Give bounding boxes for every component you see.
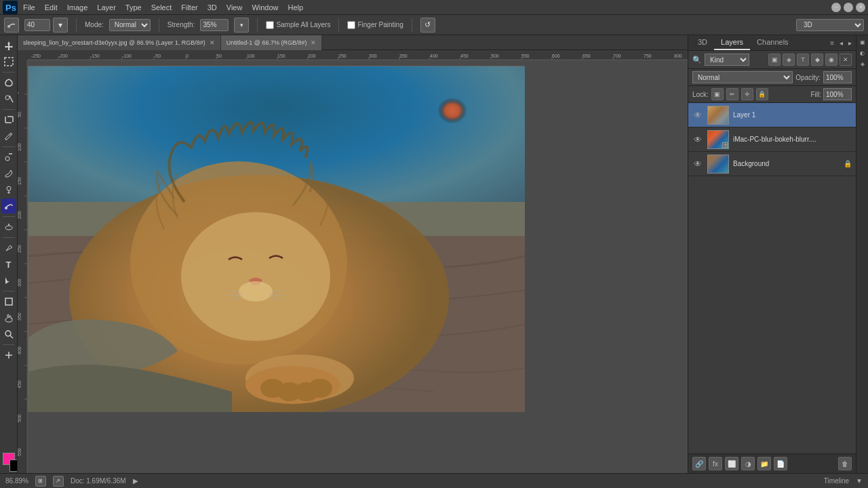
menu-item-layer[interactable]: Layer (93, 2, 120, 13)
lasso-tool[interactable] (1, 75, 16, 90)
finger-painting-checkbox[interactable] (347, 21, 355, 29)
filter-off-icon[interactable]: ✕ (840, 54, 852, 66)
filter-text-icon[interactable]: T (797, 54, 809, 66)
canvas-viewport[interactable] (28, 60, 688, 473)
menu-item-help[interactable]: Help (284, 2, 308, 13)
layer-item-0[interactable]: 👁 Layer 1 (688, 103, 856, 127)
lock-position-btn[interactable]: ✛ (741, 88, 753, 100)
strength-input[interactable]: 35% (200, 19, 229, 31)
layer-style-btn[interactable]: fx (709, 457, 722, 470)
far-right-btn-3[interactable]: ◈ (857, 61, 868, 72)
group-btn[interactable]: 📁 (757, 457, 771, 470)
magic-wand-tool[interactable] (1, 92, 16, 106)
background-color-swatch[interactable] (9, 460, 18, 472)
far-right-btn-1[interactable]: ▣ (857, 39, 868, 50)
tab-layers[interactable]: Layers (714, 35, 750, 50)
strength-slider-icon[interactable]: ▾ (234, 18, 249, 33)
smudge-tool-icon[interactable] (4, 18, 19, 33)
svg-text:-150: -150 (90, 54, 100, 58)
menu-item-3d[interactable]: 3D (203, 2, 221, 13)
brush-size-input[interactable]: 40 (24, 19, 50, 31)
filter-pixel-icon[interactable]: ▣ (768, 54, 781, 66)
panel-menu-icon[interactable]: ≡ (829, 38, 835, 48)
lock-image-btn[interactable]: ✏ (726, 88, 738, 100)
svg-text:150: 150 (18, 177, 22, 185)
menu-item-file[interactable]: File (19, 2, 39, 13)
menu-item-view[interactable]: View (222, 2, 247, 13)
layer-0-visibility[interactable]: 👁 (692, 110, 703, 120)
layer-item-2[interactable]: 👁 Background 🔒 (688, 152, 856, 176)
brush-tool[interactable] (1, 166, 16, 181)
move-tool[interactable] (1, 38, 16, 53)
panel-expand-icon[interactable]: ▸ (847, 38, 853, 48)
hand-tool[interactable] (1, 310, 16, 325)
layer-mask-btn[interactable]: ⬜ (725, 457, 738, 470)
dodge-tool[interactable] (1, 220, 16, 235)
menu-item-type[interactable]: Type (121, 2, 146, 13)
menu-item-image[interactable]: Image (63, 2, 92, 13)
3d-mode-select[interactable]: 3D Standard (796, 19, 864, 31)
layer-item-1[interactable]: 👁 ✛ iMac-PC-blur-bokeh-blurr.... (688, 127, 856, 152)
svg-text:450: 450 (18, 380, 22, 388)
filter-adjust-icon[interactable]: ◈ (783, 54, 795, 66)
tab-3d[interactable]: 3D (691, 35, 714, 50)
image-canvas[interactable] (28, 66, 524, 411)
filter-shape-icon[interactable]: ◆ (811, 54, 823, 66)
layer-1-visibility[interactable]: 👁 (692, 135, 703, 144)
tab-1-close[interactable]: ✕ (311, 39, 316, 46)
close-button[interactable]: ✕ (856, 3, 865, 12)
new-layer-btn[interactable]: 📄 (774, 457, 787, 470)
adjustment-btn[interactable]: ◑ (741, 457, 755, 470)
svg-text:550: 550 (521, 54, 530, 58)
maximize-button[interactable] (844, 3, 853, 12)
tab-1[interactable]: Untitled-1 @ 66.7% (RGB/8#) ✕ (221, 35, 323, 50)
reset-tool-icon[interactable]: ↺ (420, 18, 435, 33)
clone-stamp-tool[interactable] (1, 182, 16, 197)
sample-all-layers-checkbox[interactable] (266, 21, 274, 29)
spot-healing-tool[interactable] (1, 150, 16, 165)
mode-select[interactable]: Normal Darken Lighten (109, 19, 151, 31)
menu-item-window[interactable]: Window (248, 2, 282, 13)
text-tool[interactable]: T (1, 257, 16, 272)
eyedropper-tool[interactable] (1, 129, 16, 144)
menu-item-filter[interactable]: Filter (177, 2, 201, 13)
path-selection-tool[interactable] (1, 273, 16, 288)
layer-0-thumbnail (707, 106, 729, 125)
link-layers-btn[interactable]: 🔗 (692, 457, 706, 470)
blend-mode-select[interactable]: Normal Dissolve Darken Multiply Screen O… (692, 71, 793, 83)
lock-pixels-btn[interactable]: ▣ (711, 88, 724, 100)
pen-tool[interactable] (1, 241, 16, 256)
lock-all-btn[interactable]: 🔒 (756, 88, 768, 100)
tab-0-close[interactable]: ✕ (210, 39, 215, 46)
status-arrow[interactable]: ▶ (133, 477, 138, 485)
panel-collapse-icon[interactable]: ◂ (838, 38, 844, 48)
zoom-status-icon[interactable]: ⊞ (35, 476, 46, 487)
filter-smart-icon[interactable]: ◉ (825, 54, 837, 66)
far-right-btn-2[interactable]: ◐ (857, 50, 868, 61)
menu-item-select[interactable]: Select (147, 2, 176, 13)
zoom-level: 86.89% (5, 477, 28, 485)
svg-point-20 (5, 331, 11, 336)
smudge-tool-left[interactable] (1, 199, 16, 214)
tab-channels[interactable]: Channels (750, 35, 795, 50)
timeline-collapse-icon[interactable]: ▼ (856, 477, 863, 485)
crop-tool[interactable] (1, 113, 16, 127)
fill-input[interactable]: 100% (823, 88, 852, 100)
svg-text:600: 600 (552, 54, 560, 58)
brush-picker-icon[interactable]: ▾ (53, 18, 68, 33)
zoom-tool[interactable] (1, 327, 16, 342)
share-icon[interactable]: ↗ (53, 476, 64, 487)
shape-tool[interactable] (1, 294, 16, 309)
fill-section: Fill: 100% (810, 88, 852, 100)
selection-tool[interactable] (1, 54, 16, 69)
delete-layer-btn[interactable]: 🗑 (838, 457, 852, 470)
extra-tool[interactable] (1, 348, 16, 363)
filter-kind-select[interactable]: Kind Name Effect Mode Attribute Color (705, 54, 749, 66)
opacity-input[interactable]: 100% (823, 71, 852, 83)
minimize-button[interactable]: ─ (831, 3, 841, 12)
layer-2-visibility[interactable]: 👁 (692, 159, 703, 169)
menu-item-edit[interactable]: Edit (41, 2, 62, 13)
tab-0[interactable]: sleeping_lion_by_orestart-d3e0yyx.jpg @ … (18, 35, 221, 50)
svg-text:0: 0 (186, 54, 189, 58)
tab-1-label: Untitled-1 @ 66.7% (RGB/8#) (226, 39, 307, 46)
